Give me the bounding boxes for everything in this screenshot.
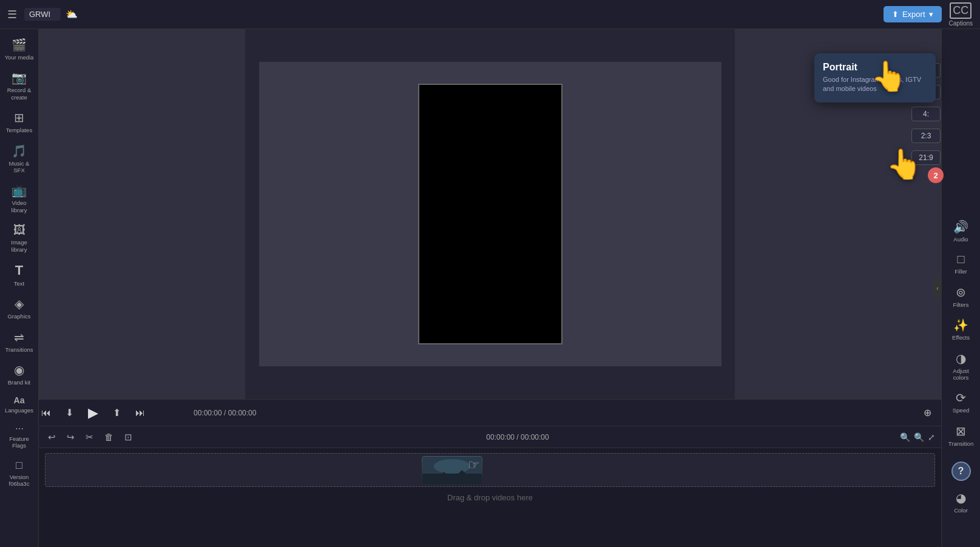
timeline-time-display: 00:00:00 / 00:00:00 — [486, 433, 549, 441]
sidebar-item-color[interactable]: ◕ Color — [944, 487, 978, 517]
timeline-area: ↩ ↪ ✂ 🗑 ⊡ 00:00:00 / 00:00:00 🔍 🔍 ⤢ — [39, 426, 941, 547]
export-button[interactable]: ⬆ Export ▾ — [884, 6, 942, 22]
sidebar-item-label: Video library — [5, 200, 34, 213]
sidebar-item-speed[interactable]: ⟳ Speed — [944, 387, 978, 417]
main-area: 🎬 Your media 📷 Record &create ⊞ Template… — [0, 29, 980, 547]
cursor-hand-icon-2: 👆 — [886, 148, 922, 180]
right-sidebar: Portrait Good for Instagram stories, IGT… — [941, 29, 980, 547]
delete-button[interactable]: 🗑 — [101, 430, 117, 444]
zoom-out-button[interactable]: 🔍 — [900, 432, 910, 442]
image-library-icon: 🖼 — [13, 223, 25, 237]
sidebar-item-label: Filler — [955, 268, 967, 275]
fit-timeline-button[interactable]: ⤢ — [928, 432, 935, 442]
sidebar-item-graphics[interactable]: ◈ Graphics — [2, 293, 36, 323]
sidebar-item-your-media[interactable]: 🎬 Your media — [2, 34, 36, 64]
sidebar-item-label: Languages — [5, 407, 33, 414]
sidebar-item-record-create[interactable]: 📷 Record &create — [2, 67, 36, 104]
cut-button[interactable]: ✂ — [83, 430, 96, 445]
badge-2: 2 — [928, 167, 944, 183]
sidebar-item-adjust-colors[interactable]: ◑ Adjustcolors — [944, 347, 978, 385]
captions-button[interactable]: CC Captions — [949, 2, 973, 27]
timeline-zoom-controls: 🔍 🔍 ⤢ — [900, 432, 935, 442]
export-icon: ⬆ — [892, 10, 899, 19]
sidebar-item-feature-flags[interactable]: ⋯ FeatureFlags — [2, 420, 36, 453]
sidebar-item-languages[interactable]: Aa Languages — [2, 392, 36, 417]
skip-forward-button[interactable]: ⏭ — [133, 405, 147, 421]
sidebar-item-text[interactable]: T Text — [2, 259, 36, 290]
sidebar-item-music-sfx[interactable]: 🎵 Music & SFX — [2, 140, 36, 178]
sidebar-item-version[interactable]: □ Versionf06ba3c — [2, 455, 36, 491]
transitions-icon: ⇌ — [14, 330, 24, 344]
left-sidebar: 🎬 Your media 📷 Record &create ⊞ Template… — [0, 29, 39, 547]
feature-flags-icon: ⋯ — [15, 424, 24, 434]
timeline-content: ☞ Drag & drop videos here — [39, 448, 941, 547]
canvas-preview — [418, 84, 563, 344]
sidebar-item-label: Brand kit — [8, 379, 31, 386]
sidebar-item-label: Templates — [6, 127, 32, 133]
skip-back-button[interactable]: ⏮ — [39, 405, 53, 421]
sidebar-item-video-library[interactable]: 📺 Video library — [2, 180, 36, 217]
playback-time: 00:00:00 / 00:00:00 — [194, 409, 256, 417]
languages-icon: Aa — [14, 395, 25, 405]
graphics-icon: ◈ — [15, 297, 24, 311]
sidebar-item-templates[interactable]: ⊞ Templates — [2, 107, 36, 137]
sidebar-item-audio[interactable]: 🔊 Audio — [944, 216, 978, 246]
sidebar-item-label: Music & SFX — [5, 160, 34, 174]
canvas-area — [39, 29, 941, 399]
split-button[interactable]: ⊡ — [121, 430, 135, 445]
sidebar-item-label: FeatureFlags — [9, 435, 29, 449]
record-icon: 📷 — [12, 70, 27, 85]
topbar-right: ⬆ Export ▾ CC Captions — [884, 2, 973, 27]
drag-drop-hint: Drag & drop videos here — [39, 493, 941, 502]
sidebar-item-label: Effects — [952, 334, 970, 341]
sidebar-item-label: Filters — [953, 301, 969, 308]
playback-bar: ⏮ ⬇ ▶ ⬆ ⏭ 00:00:00 / 00:00:00 ⊕ — [39, 399, 941, 426]
effects-icon: ✨ — [953, 318, 968, 332]
video-library-icon: 📺 — [12, 183, 27, 198]
sidebar-item-label: Transitions — [5, 346, 33, 353]
aspect-4-x[interactable]: 4: — [911, 107, 941, 121]
sidebar-item-label: Transition — [948, 440, 973, 447]
svg-point-2 — [434, 459, 470, 474]
sidebar-item-image-library[interactable]: 🖼 Imagelibrary — [2, 220, 36, 257]
brand-kit-icon: ◉ — [14, 363, 24, 377]
sidebar-item-label: Imagelibrary — [11, 239, 27, 253]
timeline-track[interactable]: ☞ — [45, 453, 935, 487]
sidebar-item-filler[interactable]: □ Filler — [944, 249, 978, 278]
timeline-cursor-icon: ☞ — [468, 457, 480, 473]
sidebar-item-label: Speed — [953, 407, 969, 414]
fullscreen-button[interactable]: ⊕ — [921, 404, 934, 421]
version-icon: □ — [16, 459, 22, 472]
aspect-2-3[interactable]: 2:3 — [911, 129, 941, 143]
sidebar-item-brand-kit[interactable]: ◉ Brand kit — [2, 359, 36, 389]
sidebar-item-transitions[interactable]: ⇌ Transitions — [2, 326, 36, 357]
sidebar-item-transition[interactable]: ⊠ Transition — [944, 420, 978, 451]
step-forward-button[interactable]: ⬆ — [110, 404, 123, 421]
sidebar-item-label: Graphics — [7, 313, 30, 320]
project-title[interactable]: GRWI — [24, 8, 61, 21]
export-dropdown-icon: ▾ — [929, 10, 933, 19]
play-button[interactable]: ▶ — [86, 403, 101, 423]
step-back-button[interactable]: ⬇ — [63, 404, 76, 421]
right-sidebar-collapse-button[interactable]: ‹ — [933, 279, 942, 297]
cloud-save-icon: ⛅ — [66, 8, 78, 20]
filters-icon: ⊚ — [956, 285, 966, 300]
canvas-background — [259, 62, 721, 366]
help-icon: ? — [951, 461, 971, 481]
sidebar-item-filters[interactable]: ⊚ Filters — [944, 281, 978, 312]
menu-icon[interactable]: ☰ — [7, 8, 17, 21]
sidebar-item-effects[interactable]: ✨ Effects — [944, 314, 978, 344]
transition-icon: ⊠ — [956, 424, 966, 438]
speed-icon: ⟳ — [956, 391, 966, 405]
topbar: ☰ GRWI ⛅ ⬆ Export ▾ CC Captions — [0, 0, 980, 29]
undo-button[interactable]: ↩ — [45, 430, 59, 445]
cursor-hand-icon-1: 👆 — [871, 60, 907, 92]
redo-button[interactable]: ↪ — [64, 430, 78, 445]
hand-cursor-2: 👆 — [886, 147, 922, 181]
timeline-toolbar: ↩ ↪ ✂ 🗑 ⊡ 00:00:00 / 00:00:00 🔍 🔍 ⤢ — [39, 426, 941, 448]
sidebar-item-label: Versionf06ba3c — [9, 474, 30, 488]
filler-icon: □ — [957, 252, 964, 266]
help-button[interactable]: ? — [944, 458, 978, 485]
zoom-in-button[interactable]: 🔍 — [914, 432, 924, 442]
music-icon: 🎵 — [12, 144, 27, 158]
